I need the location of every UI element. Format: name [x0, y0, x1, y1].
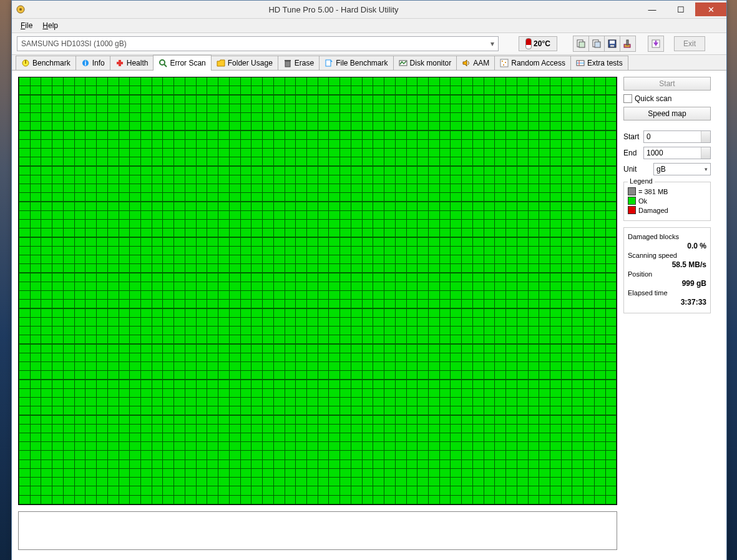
- unit-label: Unit: [623, 165, 651, 174]
- end-label: End: [623, 149, 641, 157]
- temperature-display: 20°C: [519, 36, 557, 51]
- quick-scan-label: Quick scan: [635, 94, 671, 103]
- tab-folder-usage[interactable]: Folder Usage: [211, 56, 278, 70]
- window-title: HD Tune Pro 5.00 - Hard Disk Utility: [29, 5, 638, 14]
- copy-text-button[interactable]: [573, 36, 589, 52]
- elapsed-time-value: 3:37:33: [628, 298, 706, 307]
- maximize-button[interactable]: ☐: [666, 2, 695, 16]
- quick-scan-checkbox[interactable]: [623, 94, 632, 103]
- end-input[interactable]: 1000▲▼: [643, 147, 711, 159]
- svg-rect-5: [595, 42, 600, 47]
- legend-ok-icon: [628, 197, 636, 205]
- drive-selector[interactable]: SAMSUNG HD103SI (1000 gB): [17, 36, 499, 51]
- tab-health[interactable]: Health: [110, 56, 154, 70]
- scanning-speed-label: Scanning speed: [628, 252, 706, 259]
- svg-rect-21: [285, 61, 290, 67]
- svg-point-19: [160, 60, 165, 65]
- minimize-button[interactable]: —: [638, 2, 666, 16]
- svg-rect-25: [500, 59, 508, 67]
- tab-extra-tests[interactable]: Extra tests: [570, 56, 628, 70]
- app-window: HD Tune Pro 5.00 - Hard Disk Utility — ☐…: [11, 0, 727, 560]
- settings-button[interactable]: [620, 36, 636, 52]
- legend-damaged-text: Damaged: [638, 207, 668, 214]
- elapsed-time-label: Elapsed time: [628, 289, 706, 297]
- scan-grid: [18, 77, 617, 505]
- tab-aam[interactable]: AAM: [456, 56, 495, 70]
- tab-content: Start Quick scan Speed map Start 0▲▼ End…: [12, 71, 726, 560]
- tab-random-access[interactable]: Random Access: [494, 56, 571, 70]
- tabstrip: Benchmark iInfo Health Error Scan Folder…: [12, 55, 726, 71]
- tab-benchmark[interactable]: Benchmark: [16, 56, 76, 70]
- tab-error-scan[interactable]: Error Scan: [153, 55, 211, 71]
- drive-selector-text: SAMSUNG HD103SI (1000 gB): [21, 39, 127, 48]
- svg-rect-10: [627, 40, 628, 45]
- scanning-speed-value: 58.5 MB/s: [628, 260, 706, 269]
- svg-rect-12: [655, 41, 656, 43]
- legend-block-text: = 381 MB: [638, 188, 668, 195]
- tab-info[interactable]: iInfo: [76, 56, 110, 70]
- tab-disk-monitor[interactable]: Disk monitor: [393, 56, 457, 70]
- copy-screenshot-button[interactable]: [588, 36, 605, 52]
- start-label: Start: [623, 132, 641, 141]
- speed-map-button[interactable]: Speed map: [623, 107, 711, 120]
- close-button[interactable]: ✕: [695, 2, 726, 16]
- svg-point-28: [503, 64, 504, 66]
- thermometer-icon: [525, 38, 532, 49]
- damaged-blocks-label: Damaged blocks: [628, 233, 706, 240]
- legend-title: Legend: [628, 177, 655, 185]
- svg-point-26: [502, 61, 503, 62]
- toolbar: SAMSUNG HD103SI (1000 gB) 20°C Exit: [12, 33, 726, 55]
- legend-block-icon: [628, 187, 636, 195]
- svg-rect-18: [117, 62, 123, 64]
- svg-rect-7: [610, 41, 615, 44]
- app-icon: [16, 4, 26, 14]
- menu-file[interactable]: File: [16, 20, 37, 31]
- toolbar-icons: [573, 36, 636, 52]
- position-label: Position: [628, 270, 706, 278]
- svg-text:i: i: [84, 60, 86, 67]
- tab-erase[interactable]: Erase: [278, 56, 320, 70]
- titlebar: HD Tune Pro 5.00 - Hard Disk Utility — ☐…: [12, 1, 726, 19]
- start-input[interactable]: 0▲▼: [643, 130, 711, 143]
- stats-group: Damaged blocks 0.0 % Scanning speed 58.5…: [623, 227, 711, 313]
- start-button[interactable]: Start: [623, 77, 711, 91]
- svg-line-20: [164, 64, 167, 67]
- damaged-blocks-value: 0.0 %: [628, 242, 706, 250]
- tab-file-benchmark[interactable]: File Benchmark: [319, 56, 393, 70]
- unit-select[interactable]: gB: [653, 163, 711, 175]
- svg-point-27: [505, 62, 506, 63]
- legend-group: Legend = 381 MB Ok Damaged: [623, 182, 711, 221]
- svg-rect-8: [610, 45, 614, 47]
- svg-rect-14: [25, 60, 26, 64]
- svg-rect-22: [285, 60, 291, 61]
- position-value: 999 gB: [628, 279, 706, 288]
- legend-damaged-icon: [628, 206, 636, 214]
- svg-rect-23: [326, 60, 331, 66]
- temperature-value: 20°C: [534, 39, 550, 48]
- legend-ok-text: Ok: [638, 197, 647, 205]
- down-arrow-button[interactable]: [648, 36, 664, 52]
- menubar: File Help: [12, 19, 726, 33]
- save-button[interactable]: [604, 36, 620, 52]
- svg-rect-3: [579, 42, 585, 47]
- exit-button[interactable]: Exit: [674, 36, 705, 51]
- message-area: [18, 511, 617, 550]
- side-panel: Start Quick scan Speed map Start 0▲▼ End…: [623, 77, 711, 559]
- menu-help[interactable]: Help: [37, 20, 63, 31]
- svg-point-1: [19, 8, 22, 11]
